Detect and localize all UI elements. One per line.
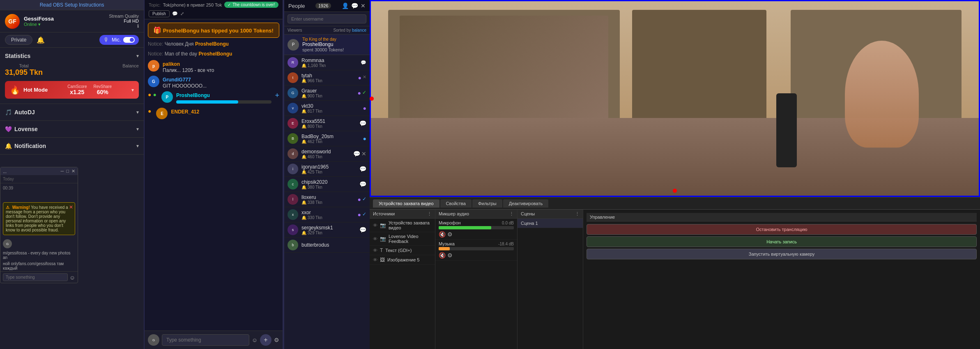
obs-scenes: Сцены ⋮ Сцена 1 [518,210,583,349]
obs-eye-icon-1[interactable]: 👁 [373,236,377,241]
viewer-icons-xxor: ● ✓ [358,211,366,218]
autodj-section: 🎵 AutoDJ ▾ [0,104,144,121]
chat-text-grundig: GIT HOOOOOOO... [163,83,279,89]
obs-source-image[interactable]: 👁 🖼 Изображение 5 [370,255,435,265]
mixer-music-settings-icon[interactable]: ⚙ [447,252,453,259]
obs-eye-icon-3[interactable]: 👁 [373,257,377,262]
emoji-icon[interactable]: ☺ [252,337,258,343]
people-search-input[interactable] [288,14,366,23]
close-icon[interactable]: ✕ [71,169,75,174]
obs-link[interactable]: Read OBS Setup Instructions [0,0,144,10]
obs-panel: Устройство захвата видео Свойства Фильтр… [370,197,980,349]
chat-plus-icon[interactable]: + [260,334,271,346]
chat-icon[interactable]: 💬 [172,11,178,16]
fire-icon: 🔥 [10,85,20,95]
mini-chat-input[interactable] [3,273,68,281]
viewer-purple-icon-xxor: ● [358,211,361,218]
restore-icon[interactable]: □ [66,169,69,174]
people-header: People 1926 👤 💬 ✕ [284,0,370,12]
autodj-title: AutoDJ [14,109,35,116]
warning-close-icon[interactable]: ✕ [69,204,73,210]
mixer-mic-settings-icon[interactable]: ⚙ [447,231,453,238]
obs-sources-header: Источники ⋮ [370,210,435,219]
viewer-info-sergeyk: sergeyksmsk1 🔔 329 Tkn [301,225,356,235]
viewer-avatar-lloxeru: l [288,194,298,205]
stop-stream-button[interactable]: Остановить трансляцию [587,224,977,235]
settings-icon[interactable]: ⚙ [274,337,279,343]
statistics-header[interactable]: Statistics ▾ [5,51,139,61]
obs-tab-capture[interactable]: Устройство захвата видео [373,199,439,208]
viewer-avatar-vkt30: v [288,103,298,113]
mixer-mic-mute-icon[interactable]: 🔇 [439,231,446,238]
viewer-row-xxor: x xxor 🔔 330 Tkn ● ✓ [284,207,370,222]
viewer-gray-icon-demons: 💬 [353,150,360,157]
obs-eye-icon-2[interactable]: 👁 [373,248,377,253]
add-progress-icon[interactable]: + [275,91,279,100]
video-main [370,0,980,197]
notification-header[interactable]: 🔔 Notification ▾ [5,141,139,151]
lovense-header[interactable]: 💜 Lovense ▾ [5,124,139,134]
start-recording-button[interactable]: Начать запись [587,236,977,247]
viewer-avatar-eroxa: E [288,118,298,129]
mini-chat-title: ... [3,169,7,174]
chat-avatar-ender: E [156,108,168,119]
viewer-icons-rommnaa: 💬 [361,60,366,65]
chat-input[interactable] [162,334,249,346]
stats-totals: Total 31,095 Tkn Balance [5,61,139,79]
bell-icon[interactable]: 🔔 [37,36,45,44]
autodj-header[interactable]: 🎵 AutoDJ ▾ [5,107,139,117]
minimize-icon[interactable]: ─ [61,169,64,174]
person-icon[interactable]: 👤 [342,2,349,9]
hot-mode-left: 🔥 Hot Mode [10,85,48,95]
obs-mixer: Микшер аудио ⋮ Микрофон 0.0 dB 🔇 ⚙ [435,210,518,349]
mixer-bar-music [439,247,450,250]
notice-2: Notice: Man of the day ProshelBongu [148,50,279,58]
progress-bar-fill [176,100,238,104]
gold-icon-1: ● [148,91,151,98]
notification-title: Notification [14,143,46,149]
obs-eye-icon-0[interactable]: 👁 [373,223,377,228]
lovense-chevron: ▾ [136,126,139,132]
obs-source-text-icon: T [380,247,383,253]
people-panel: People 1926 👤 💬 ✕ Viewers Sorted by bala… [283,0,370,349]
viewer-icons-grauer: ● ✓ [358,90,366,96]
obs-source-camera-icon-0: 📷 [380,222,386,228]
viewer-purple-icon-tytah: ● [358,74,361,81]
obs-tab-properties[interactable]: Свойства [440,199,472,208]
viewers-list: R Rommnaa 🔔 1,160 Tkn 💬 t tytah 🔔 966 Tk… [284,55,370,349]
viewer-info-badboy: BadBoy_20sm 🔔 462 Tkn [301,134,360,144]
obs-source-text[interactable]: 👁 T Текст (GDI+) [370,246,435,255]
obs-source-capture[interactable]: 👁 📷 Устройство захвата видео [370,219,435,232]
viewer-chat-icon-rommnaa[interactable]: 💬 [361,60,366,65]
viewer-info-eroxa: Eroxa5551 🔔 800 Tkn [301,118,356,129]
obs-tab-deactivate[interactable]: Деактивировать [503,199,548,208]
obs-scene-1[interactable]: Сцена 1 [518,219,583,228]
viewer-chat-icon-tytah[interactable]: ✕ [363,74,366,81]
chat-bubble-icon[interactable]: 💬 [351,2,358,9]
hot-mode-title: Hot Mode [23,87,48,93]
tip-king-row: P Tip King of the day ProshelBongu spent… [284,35,370,55]
chat-username-grundig: GrundiG777 [163,77,191,83]
viewer-row-grauer: G Grauer 🔔 900 Tkn ● ✓ [284,86,370,101]
obs-scenes-header: Сцены ⋮ [518,210,583,219]
mini-window-controls: ─ □ ✕ [61,169,75,174]
close-people-icon[interactable]: ✕ [361,2,366,9]
chat-messages: 🎁 ProshelBongu has tipped you 1000 Token… [145,19,283,331]
start-virtual-camera-button[interactable]: Запустить виртуальную камеру [587,249,977,259]
viewer-check-icon-grauer: ✓ [362,90,366,96]
expand-icon[interactable]: ⤢ [180,11,184,16]
statistics-title: Statistics [5,53,30,59]
private-button[interactable]: Private [5,35,32,45]
mini-social-text2: ной onlyfans.com/gessifossa там каждый [0,261,78,271]
publish-button[interactable]: Publish [149,10,170,17]
mixer-music-mute-icon[interactable]: 🔇 [439,252,446,259]
obs-source-lovense[interactable]: 👁 📷 Lovense Video Feedback [370,232,435,246]
mic-toggle[interactable]: 🎙 Mic. [99,35,139,45]
mini-send-icon[interactable]: ☺ [69,274,75,281]
mixer-bar-container-music [439,247,514,250]
mixer-bar-mic [439,226,491,229]
sorted-by-label: Sorted by balance [333,28,366,32]
viewer-icons-tytah: ● ✕ [358,74,366,81]
warning-icon: ⚠ [6,205,9,210]
obs-tab-filters[interactable]: Фильтры [472,199,502,208]
